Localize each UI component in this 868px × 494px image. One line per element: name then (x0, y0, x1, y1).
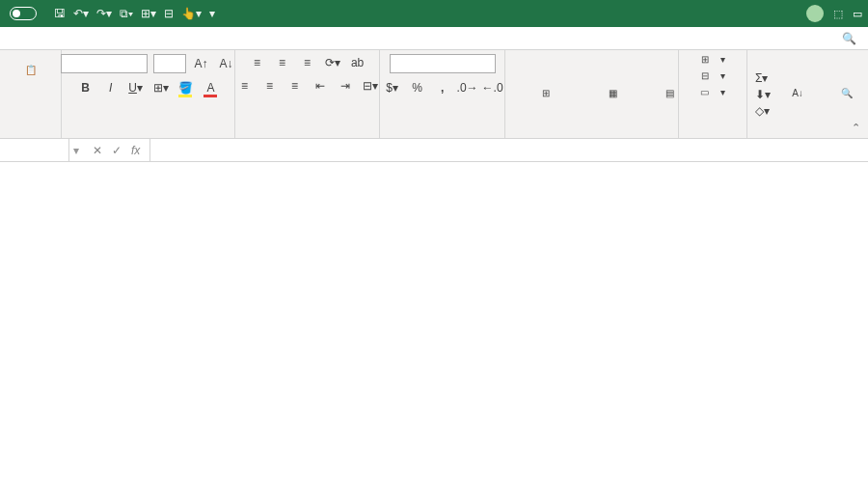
fill-color-button[interactable]: 🪣 (176, 79, 196, 96)
orientation-icon[interactable]: ⟳▾ (323, 54, 342, 71)
conditional-formatting-button[interactable]: ⊞ (513, 78, 579, 111)
group-label (687, 134, 739, 136)
menu-bar: 🔍 (0, 27, 868, 50)
sort-filter-icon: A↓ (789, 85, 806, 102)
qat-customize-icon[interactable]: ▾ (209, 7, 215, 20)
sort-filter-button[interactable]: A↓ (776, 83, 819, 106)
group-label (388, 134, 497, 136)
group-label (69, 134, 227, 136)
align-left-icon[interactable]: ≡ (235, 77, 255, 95)
increase-font-icon[interactable]: A↑ (192, 55, 211, 72)
formula-bar: ▾ ✕ ✓ fx (0, 139, 868, 162)
undo-icon[interactable]: ↶▾ (73, 7, 89, 20)
decrease-indent-icon[interactable]: ⇤ (311, 77, 330, 95)
increase-indent-icon[interactable]: ⇥ (336, 77, 355, 95)
format-cells-button[interactable]: ▭ ▾ (700, 87, 725, 97)
redo-icon[interactable]: ↷▾ (96, 7, 112, 20)
font-color-button[interactable]: A (202, 79, 221, 96)
align-middle-icon[interactable]: ≡ (273, 54, 292, 71)
decrease-decimal-icon[interactable]: ←.0 (483, 79, 502, 96)
decrease-font-icon[interactable]: A↓ (217, 55, 236, 72)
underline-button[interactable]: U▾ (126, 79, 146, 96)
search-icon: 🔍 (842, 32, 856, 45)
conditional-formatting-icon: ⊞ (532, 80, 559, 107)
save-icon[interactable]: 🖫 (54, 7, 66, 20)
group-label (243, 134, 371, 136)
increase-decimal-icon[interactable]: .0→ (458, 79, 477, 96)
font-size-combo[interactable] (153, 54, 186, 73)
qat-icon[interactable]: ⊞▾ (141, 7, 156, 20)
find-select-button[interactable]: 🔍 (825, 83, 868, 106)
user-avatar[interactable] (806, 5, 824, 22)
delete-cells-button[interactable]: ⊟ ▾ (701, 70, 725, 81)
touch-mode-icon[interactable]: 👆▾ (181, 7, 202, 20)
format-as-table-button[interactable]: ▦ (584, 78, 640, 111)
paste-button[interactable]: 📋 (14, 54, 48, 87)
bold-button[interactable]: B (76, 79, 95, 96)
font-name-combo[interactable] (61, 54, 148, 73)
window-controls-icon[interactable]: ▭ (853, 8, 862, 20)
border-button[interactable]: ⊞▾ (151, 79, 171, 96)
find-icon: 🔍 (838, 85, 855, 102)
search-box[interactable]: 🔍 (842, 32, 860, 45)
italic-button[interactable]: I (101, 79, 121, 96)
enter-formula-icon[interactable]: ✓ (112, 144, 122, 157)
align-bottom-icon[interactable]: ≡ (298, 54, 317, 71)
autosave-toggle[interactable] (6, 7, 41, 20)
number-format-combo[interactable] (390, 54, 496, 73)
percent-format-icon[interactable]: % (408, 79, 427, 96)
format-table-icon: ▦ (599, 80, 626, 107)
accounting-format-icon[interactable]: $▾ (383, 79, 402, 96)
align-right-icon[interactable]: ≡ (285, 77, 305, 95)
insert-function-icon[interactable]: fx (131, 144, 140, 157)
merge-center-icon[interactable]: ⊟▾ (361, 77, 380, 95)
group-label (755, 134, 836, 136)
comma-format-icon[interactable]: , (433, 79, 452, 96)
align-top-icon[interactable]: ≡ (248, 54, 267, 71)
name-box-dropdown-icon[interactable]: ▾ (69, 144, 83, 157)
name-box[interactable] (0, 139, 69, 161)
group-label (8, 134, 53, 136)
ribbon: 📋 A↑ A↓ B I U▾ ⊞▾ 🪣 A (0, 50, 868, 139)
qat-icon[interactable]: ⊟ (164, 7, 174, 20)
ribbon-display-icon[interactable]: ⬚ (833, 8, 843, 20)
title-bar: 🖫 ↶▾ ↷▾ ⧉▾ ⊞▾ ⊟ 👆▾ ▾ ⬚ ▭ (0, 0, 868, 27)
quick-access-toolbar: 🖫 ↶▾ ↷▾ ⧉▾ ⊞▾ ⊟ 👆▾ ▾ (54, 7, 215, 20)
wrap-text-icon[interactable]: ab (348, 54, 367, 71)
fill-icon[interactable]: ⬇▾ (755, 88, 771, 101)
group-label (513, 134, 670, 136)
cancel-formula-icon[interactable]: ✕ (93, 144, 102, 157)
collapse-ribbon-icon[interactable]: ⌃ (844, 118, 868, 138)
qat-icon[interactable]: ⧉▾ (120, 7, 133, 20)
clear-icon[interactable]: ◇▾ (755, 104, 771, 118)
autosum-icon[interactable]: Σ▾ (755, 71, 771, 85)
paste-icon: 📋 (17, 56, 44, 83)
align-center-icon[interactable]: ≡ (260, 77, 280, 95)
insert-cells-button[interactable]: ⊞ ▾ (701, 54, 725, 65)
